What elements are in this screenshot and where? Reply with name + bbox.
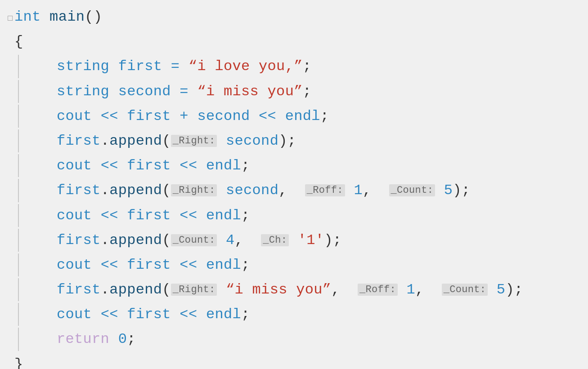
line-append-1: first.append(_Right: second); (0, 129, 588, 153)
lparen-a4: ( (162, 281, 171, 298)
num-4-a3: 4 (226, 232, 235, 249)
semi-3: ; (320, 108, 329, 124)
param-count-3: _Count: (171, 234, 217, 246)
char-1-a3: '1' (298, 232, 324, 249)
semi-c4: ; (241, 257, 250, 273)
gutter-c3 (0, 218, 14, 219)
semi-a2: ; (462, 182, 471, 199)
comma-a4a: , (331, 281, 340, 298)
var-first-a2: first (57, 182, 101, 199)
code-content-c5: cout << first << endl; (21, 303, 588, 326)
paren-open: ( (85, 9, 94, 25)
op-stream-c5b: << (180, 306, 197, 323)
fn-append-1: append (109, 133, 162, 149)
kw-cout-3: cout (57, 207, 92, 224)
code-content-a3: first.append(_Count: 4, _Ch: '1'); (21, 229, 588, 252)
line-string-first: string first = “i love you,”; (0, 54, 588, 79)
op-stream-c2a: << (101, 157, 118, 174)
guide-c3 (18, 204, 19, 227)
var-first-a3: first (57, 232, 101, 249)
gutter-brace (0, 44, 14, 45)
line-cout-2: cout << first << endl; (0, 153, 588, 178)
param-right-2: _Right: (171, 184, 217, 196)
gutter-sf (0, 69, 14, 70)
paren-close: ) (94, 9, 103, 25)
guide-a4 (18, 278, 19, 301)
semi-2: ; (303, 83, 312, 100)
kw-endl-2: endl (206, 157, 241, 174)
dot-a2: . (101, 182, 110, 199)
gutter-a3 (0, 243, 14, 244)
lparen-a2: ( (162, 182, 171, 199)
op-stream-c5a: << (101, 306, 118, 323)
kw-string-1: string (57, 58, 109, 75)
kw-return: return (57, 331, 109, 347)
line-cout-1: cout << first + second << endl; (0, 104, 588, 129)
line-append-2: first.append(_Right: second, _Roff: 1, _… (0, 178, 588, 203)
guide-a3 (18, 229, 19, 252)
code-content-main: int main() (14, 5, 588, 28)
semi-c3: ; (241, 207, 250, 224)
semi-a4: ; (514, 281, 523, 298)
param-roff-4: _Roff: (358, 284, 398, 296)
op-eq-1: = (171, 58, 180, 75)
line-close-brace: } (0, 352, 588, 369)
code-content-c4: cout << first << endl; (21, 253, 588, 276)
guide-c1 (18, 105, 19, 128)
rparen-a3: ) (324, 232, 333, 249)
code-content-c3: cout << first << endl; (21, 204, 588, 227)
line-main: □ int main() (0, 4, 588, 29)
semi-1: ; (303, 58, 312, 75)
op-stream-c4a: << (101, 257, 118, 273)
rparen-a4: ) (505, 281, 514, 298)
gutter-c2 (0, 169, 14, 169)
var-second-c1: second (197, 108, 250, 124)
line-string-second: string second = “i miss you”; (0, 79, 588, 104)
code-content-ss: string second = “i miss you”; (21, 80, 588, 103)
close-brace: } (14, 356, 23, 369)
line-open-brace: { (0, 29, 588, 54)
var-first-c1: first (127, 108, 171, 124)
keyword-int: int (14, 9, 41, 25)
var-first-1: first (118, 58, 162, 75)
var-first-c3: first (127, 207, 171, 224)
var-first-c4: first (127, 257, 171, 273)
gutter-ss (0, 94, 14, 95)
line-append-3: first.append(_Count: 4, _Ch: '1'); (0, 228, 588, 253)
rparen-a1: ) (278, 133, 287, 149)
num-0: 0 (118, 331, 127, 347)
code-content-a1: first.append(_Right: second); (21, 129, 588, 152)
guide-c2 (18, 154, 19, 177)
comma-a4b: , (415, 281, 424, 298)
kw-cout-5: cout (57, 306, 92, 323)
num-1-a4: 1 (407, 281, 416, 298)
var-first-c5: first (127, 306, 171, 323)
code-content-c1: cout << first + second << endl; (21, 105, 588, 128)
guide-ret (18, 328, 19, 351)
gutter-c5 (0, 317, 14, 318)
code-content-ret: return 0; (21, 328, 588, 351)
var-first-c2: first (127, 157, 171, 174)
param-count-4: _Count: (442, 284, 488, 296)
var-first-a1: first (57, 133, 101, 149)
guide-c4 (18, 253, 19, 276)
str-imiss: “i miss you” (197, 83, 302, 100)
op-stream-c4b: << (180, 257, 197, 273)
line-cout-4: cout << first << endl; (0, 253, 588, 277)
kw-endl-1: endl (285, 108, 320, 124)
str-ilove: “i love you,” (189, 58, 303, 75)
lparen-a1: ( (162, 133, 171, 149)
num-1-a2: 1 (354, 182, 363, 199)
line-return: return 0; (0, 327, 588, 351)
param-right-4: _Right: (171, 284, 217, 296)
var-second-a2: second (226, 182, 278, 199)
fn-append-3: append (109, 232, 162, 249)
dot-a4: . (101, 281, 110, 298)
var-second: second (118, 83, 171, 100)
kw-endl-3: endl (206, 207, 241, 224)
guide-sf (18, 55, 19, 78)
gutter-cb (0, 367, 14, 368)
code-content-cb: } (14, 353, 588, 369)
kw-cout-2: cout (57, 157, 92, 174)
fold-icon-main[interactable]: □ (8, 12, 13, 25)
